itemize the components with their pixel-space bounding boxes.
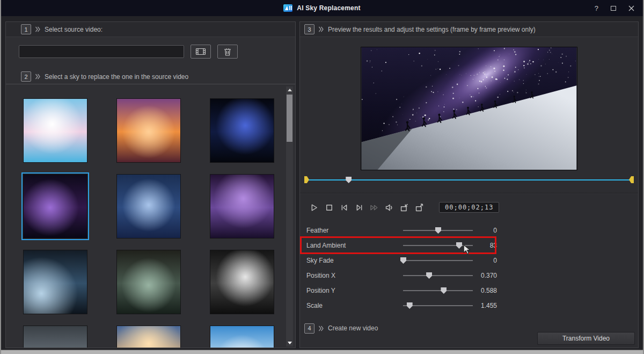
- step2-badge: 2: [21, 71, 31, 82]
- sky-thumbnail-star-trails[interactable]: [116, 174, 181, 239]
- next-frame-icon: [354, 203, 364, 213]
- slider-row-position-y: Position Y0.588: [300, 283, 638, 298]
- sky-thumbnail-purple-nebula-meteors[interactable]: [210, 174, 274, 239]
- gallery-scrollbar[interactable]: [286, 86, 293, 346]
- previous-frame-icon: [339, 203, 349, 213]
- sky-thumbnail-orange-sunset-clouds[interactable]: [116, 98, 181, 163]
- slider-track-position-x[interactable]: [403, 272, 473, 279]
- step2-header: 2 Select a sky to replace the one in the…: [6, 69, 295, 84]
- step2-label: Select a sky to replace the one in the s…: [45, 73, 188, 81]
- window-bottom-frame: [1, 350, 643, 354]
- volume-icon: [384, 203, 394, 213]
- sky-thumbnail-daytime-blue-sky[interactable]: [210, 326, 274, 348]
- slider-label-position-y: Position Y: [306, 287, 403, 294]
- step1-badge: 1: [21, 24, 31, 34]
- transport-buttons: [309, 202, 425, 213]
- slider-track-feather[interactable]: [403, 227, 473, 234]
- transform-video-button[interactable]: Transform Video: [537, 332, 635, 345]
- seek-bar: [304, 176, 634, 184]
- sky-thumbnail-purple-galaxy[interactable]: [23, 174, 87, 239]
- sky-thumbnail-storm-clouds-green[interactable]: [116, 250, 181, 314]
- close-icon: [628, 5, 634, 11]
- title-bar: AI Sky Replacement ?: [1, 0, 643, 16]
- step-chevrons-icon: [35, 26, 41, 32]
- fast-forward-icon: [369, 203, 379, 213]
- slider-label-position-x: Position X: [306, 272, 403, 279]
- help-button[interactable]: ?: [595, 4, 598, 12]
- slider-row-feather: Feather0: [300, 223, 638, 238]
- scroll-up-button[interactable]: [286, 86, 293, 93]
- scrollbar-thumb[interactable]: [287, 95, 292, 142]
- stop-button[interactable]: [324, 202, 335, 213]
- volume-button[interactable]: [384, 202, 395, 213]
- step4-badge: 4: [304, 323, 314, 334]
- sky-thumbnail-storm-lightning-blue[interactable]: [23, 250, 87, 314]
- step-chevrons-icon: [318, 26, 324, 32]
- play-icon: [309, 203, 319, 213]
- video-preview: [361, 47, 577, 170]
- slider-label-scale: Scale: [306, 302, 403, 309]
- step3-label: Preview the results and adjust the setti…: [328, 26, 536, 33]
- trim-end-handle[interactable]: [629, 176, 634, 183]
- slider-value-scale: 1.455: [473, 302, 497, 309]
- capture-frame-button[interactable]: [399, 202, 410, 213]
- export-frame-icon: [414, 203, 425, 213]
- trash-icon: [224, 48, 231, 56]
- slider-value-sky-fade: 0: [473, 257, 497, 264]
- scroll-down-button[interactable]: [286, 339, 293, 346]
- seek-playhead[interactable]: [346, 177, 352, 183]
- step1-label: Select source video:: [45, 26, 103, 33]
- maximize-button[interactable]: [611, 6, 616, 11]
- source-and-sky-panel: 1 Select source video:: [5, 21, 296, 348]
- close-button[interactable]: [628, 5, 634, 11]
- slider-value-position-y: 0.588: [473, 287, 497, 294]
- step3-badge: 3: [304, 24, 314, 34]
- slider-track-scale[interactable]: [403, 302, 473, 309]
- sky-thumbnail-overcast-gray-clouds[interactable]: [23, 326, 87, 348]
- previous-frame-button[interactable]: [339, 202, 350, 213]
- next-frame-button[interactable]: [354, 202, 365, 213]
- capture-frame-icon: [399, 203, 409, 213]
- sky-thumbnail-blue-galaxy[interactable]: [210, 98, 274, 163]
- slider-track-sky-fade[interactable]: [403, 257, 473, 264]
- slider-track-land-ambient[interactable]: [403, 242, 473, 249]
- transport-controls: 00;00;02;13: [309, 200, 638, 214]
- source-video-row: [19, 45, 295, 59]
- trim-start-handle[interactable]: [304, 176, 309, 183]
- slider-label-land-ambient: Land Ambient: [306, 242, 403, 249]
- slider-thumb-feather[interactable]: [435, 227, 441, 234]
- preview-panel: 3 Preview the results and adjust the set…: [299, 21, 639, 348]
- window-title: AI Sky Replacement: [297, 4, 360, 12]
- slider-thumb-position-y[interactable]: [441, 287, 447, 294]
- slider-thumb-position-x[interactable]: [426, 272, 432, 279]
- step-chevrons-icon: [318, 326, 324, 331]
- maximize-icon: [611, 6, 616, 11]
- stop-icon: [324, 203, 334, 213]
- settings-sliders: Feather0Land Ambient83Sky Fade0Position …: [300, 223, 638, 313]
- slider-value-position-x: 0.370: [473, 272, 497, 279]
- step1-header: 1 Select source video:: [6, 22, 295, 37]
- sky-thumbnail-dusk-clouds[interactable]: [116, 326, 181, 348]
- sky-thumbnail-storm-lightning-gray[interactable]: [210, 250, 274, 314]
- slider-track-position-y[interactable]: [403, 287, 473, 294]
- sky-thumbnail-pastel-rainbow-clouds[interactable]: [23, 98, 87, 163]
- delete-button[interactable]: [217, 45, 238, 59]
- sky-thumbnail-grid: [23, 98, 274, 348]
- ai-sky-replacement-window: AI Sky Replacement ? 1 Select source vid…: [0, 0, 644, 354]
- mouse-cursor: [463, 244, 471, 256]
- app-icon: [283, 4, 292, 12]
- source-video-input[interactable]: [19, 45, 184, 58]
- slider-thumb-land-ambient[interactable]: [456, 242, 462, 249]
- play-button[interactable]: [309, 202, 320, 213]
- fast-forward-button[interactable]: [369, 202, 380, 213]
- sky-gallery: [6, 84, 295, 348]
- browse-video-button[interactable]: [191, 45, 211, 59]
- export-frame-button[interactable]: [414, 202, 425, 213]
- arrow-up-icon: [288, 89, 292, 91]
- step3-header: 3 Preview the results and adjust the set…: [300, 22, 638, 37]
- slider-row-scale: Scale1.455: [300, 298, 638, 313]
- slider-thumb-scale[interactable]: [407, 302, 413, 309]
- slider-value-feather: 0: [473, 227, 497, 234]
- seek-track[interactable]: [305, 179, 633, 180]
- slider-label-feather: Feather: [306, 227, 403, 234]
